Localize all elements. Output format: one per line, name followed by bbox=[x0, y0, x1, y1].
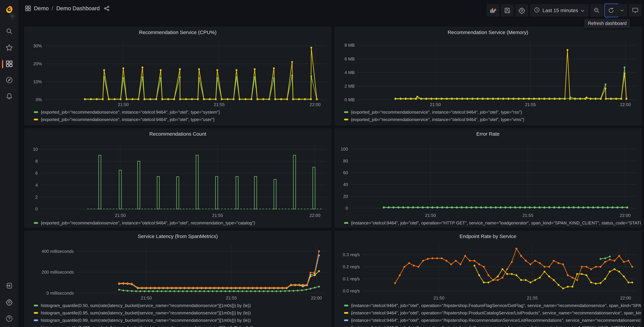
bar-chart[interactable]: 21:5021:5522:000246810 bbox=[24, 139, 331, 218]
legend-swatch-icon bbox=[344, 305, 348, 306]
legend-label[interactable]: {exported_job="recommendationservice", i… bbox=[41, 117, 214, 122]
legend-swatch-icon bbox=[34, 305, 38, 306]
svg-text:0 milliseconds: 0 milliseconds bbox=[46, 290, 74, 296]
timeseries-chart[interactable]: 21:5021:5522:000%10%20%30% bbox=[24, 38, 331, 108]
panel-legend: {instance="otelcol:9464", job="otel", op… bbox=[335, 301, 641, 327]
refresh-dashboard-button[interactable] bbox=[605, 4, 617, 16]
toolbar: Last 15 minutes bbox=[487, 4, 641, 16]
sidebar-item-help[interactable] bbox=[0, 316, 18, 322]
top-bar: Demo / Demo Dashboard bbox=[18, 0, 644, 17]
panel-legend: {instance="otelcol:9464", job="otel", op… bbox=[335, 218, 641, 226]
legend-item: {instance="otelcol:9464", job="otel", op… bbox=[344, 324, 641, 327]
legend-item: {exported_job="recommendationservice", i… bbox=[344, 116, 641, 123]
legend-label[interactable]: {exported_job="recommendationservice", i… bbox=[351, 117, 524, 122]
panel-legend: histogram_quantile(0.50, sum(rate(latenc… bbox=[24, 301, 331, 327]
svg-text:2: 2 bbox=[35, 194, 38, 200]
timeseries-chart[interactable]: 21:5021:5522:000 MB2 MB4 MB6 MB8 MB bbox=[335, 38, 641, 108]
svg-text:0%: 0% bbox=[36, 97, 42, 102]
chevron-down-icon bbox=[581, 8, 584, 13]
legend-label[interactable]: {instance="otelcol:9464", job="otel", op… bbox=[351, 325, 641, 327]
legend-swatch-icon bbox=[34, 111, 38, 113]
sidebar-item-admin[interactable] bbox=[0, 299, 18, 306]
legend-label[interactable]: {exported_job="recommendationservice", i… bbox=[351, 110, 522, 115]
sidebar-item-alerting[interactable] bbox=[0, 93, 18, 100]
svg-text:0.1 req/s: 0.1 req/s bbox=[343, 276, 360, 281]
legend-item: {instance="otelcol:9464", job="otel", op… bbox=[344, 316, 641, 324]
svg-text:22:00: 22:00 bbox=[620, 213, 630, 218]
svg-text:22:00: 22:00 bbox=[620, 102, 631, 107]
share-icon[interactable] bbox=[104, 6, 110, 11]
legend-label[interactable]: {exported_job="recommendationservice", i… bbox=[41, 110, 220, 115]
legend-swatch-icon bbox=[34, 222, 38, 224]
svg-text:400 milliseconds: 400 milliseconds bbox=[42, 249, 74, 254]
svg-text:8 MB: 8 MB bbox=[344, 43, 355, 48]
svg-text:60: 60 bbox=[343, 170, 348, 175]
panel-service-latency: Service Latency (from SpanMetrics) 21:50… bbox=[24, 231, 331, 327]
panel-title[interactable]: Error Rate bbox=[476, 131, 500, 137]
legend-label[interactable]: {instance="otelcol:9464", job="otel", op… bbox=[351, 303, 641, 308]
panel-legend: {exported_job="recommendationservice", i… bbox=[335, 108, 641, 123]
legend-item: {exported_job="recommendationservice", i… bbox=[344, 108, 641, 116]
timeseries-chart[interactable]: 21:5021:5522:000 milliseconds200 millise… bbox=[24, 242, 331, 301]
breadcrumb-page[interactable]: Demo Dashboard bbox=[56, 5, 100, 12]
svg-text:30%: 30% bbox=[33, 43, 42, 48]
svg-text:21:55: 21:55 bbox=[214, 102, 225, 107]
panel-title[interactable]: Endpoint Rate by Service bbox=[460, 234, 516, 239]
dashboards-icon bbox=[6, 60, 12, 68]
panel-recommendation-cpu: Recommendation Service (CPU%) 21:5021:55… bbox=[24, 27, 331, 125]
panel-title[interactable]: Recommendations Count bbox=[149, 131, 206, 137]
refresh-tooltip: Refresh dashboard bbox=[584, 19, 630, 28]
svg-text:2 MB: 2 MB bbox=[344, 84, 355, 89]
legend-label[interactable]: histogram_quantile(0.95, sum(rate(latenc… bbox=[41, 310, 251, 316]
svg-text:21:55: 21:55 bbox=[226, 296, 237, 300]
sidebar-item-sign-in[interactable] bbox=[0, 283, 18, 290]
svg-text:21:55: 21:55 bbox=[522, 213, 533, 218]
sidebar-item-search[interactable] bbox=[0, 28, 18, 35]
legend-label[interactable]: histogram_quantile(0.99, sum(rate(latenc… bbox=[41, 318, 251, 323]
gear-icon bbox=[6, 299, 13, 306]
sidebar-item-explore[interactable] bbox=[0, 77, 18, 84]
svg-text:10: 10 bbox=[33, 147, 38, 152]
sidebar-item-dashboards[interactable] bbox=[0, 61, 18, 68]
grafana-logo[interactable] bbox=[5, 6, 13, 14]
legend-label[interactable]: {instance="otelcol:9464", job="otel", op… bbox=[351, 220, 641, 226]
panel-recommendation-memory: Recommendation Service (Memory) 21:5021:… bbox=[334, 27, 642, 125]
sidebar-item-starred[interactable] bbox=[0, 44, 18, 51]
panel-error-rate: Error Rate 21:5021:5522:00020406080100 {… bbox=[334, 128, 642, 228]
panel-title[interactable]: Service Latency (from SpanMetrics) bbox=[138, 234, 218, 239]
compass-icon bbox=[6, 76, 13, 84]
legend-label[interactable]: {instance="otelcol:9464", job="otel", op… bbox=[351, 310, 641, 316]
zoom-out-button[interactable] bbox=[590, 4, 603, 16]
breadcrumb-section[interactable]: Demo bbox=[34, 5, 49, 12]
legend-item: {instance="otelcol:9464", job="otel", op… bbox=[344, 302, 641, 309]
refresh-interval-dropdown[interactable] bbox=[617, 4, 627, 16]
legend-item: histogram_quantile(0.999, sum(rate(laten… bbox=[34, 324, 331, 327]
save-dashboard-button[interactable] bbox=[501, 4, 514, 16]
timeseries-chart[interactable]: 21:5021:5522:000.0 req/s0.1 req/s0.2 req… bbox=[335, 242, 641, 301]
svg-text:21:55: 21:55 bbox=[527, 296, 538, 300]
cycle-view-mode-button[interactable] bbox=[629, 4, 641, 16]
legend-label[interactable]: histogram_quantile(0.50, sum(rate(latenc… bbox=[41, 303, 251, 308]
add-panel-button[interactable] bbox=[487, 4, 499, 16]
time-range-picker[interactable]: Last 15 minutes bbox=[530, 4, 588, 16]
svg-text:22:00: 22:00 bbox=[620, 296, 631, 300]
panel-title[interactable]: Recommendation Service (Memory) bbox=[448, 30, 528, 35]
legend-swatch-icon bbox=[344, 111, 348, 113]
svg-text:10%: 10% bbox=[33, 79, 42, 84]
legend-label[interactable]: histogram_quantile(0.999, sum(rate(laten… bbox=[41, 325, 253, 327]
panel-title[interactable]: Recommendation Service (CPU%) bbox=[139, 30, 216, 35]
legend-label[interactable]: {exported_job="recommendationservice", i… bbox=[41, 220, 255, 226]
panel-endpoint-rate: Endpoint Rate by Service 21:5021:5522:00… bbox=[334, 231, 642, 327]
legend-item: histogram_quantile(0.50, sum(rate(latenc… bbox=[34, 302, 331, 309]
search-icon bbox=[6, 28, 12, 35]
active-indicator bbox=[2, 60, 3, 68]
dashboard-settings-button[interactable] bbox=[516, 4, 528, 16]
timeseries-chart[interactable]: 21:5021:5522:00020406080100 bbox=[335, 139, 641, 218]
svg-text:0.2 req/s: 0.2 req/s bbox=[343, 264, 360, 269]
legend-item: {exported_job="recommendationservice", i… bbox=[34, 219, 331, 226]
expand-menu-button[interactable]: › bbox=[9, 13, 16, 19]
legend-label[interactable]: {instance="otelcol:9464", job="otel", op… bbox=[351, 318, 641, 323]
time-range-label: Last 15 minutes bbox=[542, 8, 578, 13]
svg-text:22:00: 22:00 bbox=[310, 213, 320, 218]
svg-text:21:50: 21:50 bbox=[434, 296, 444, 300]
